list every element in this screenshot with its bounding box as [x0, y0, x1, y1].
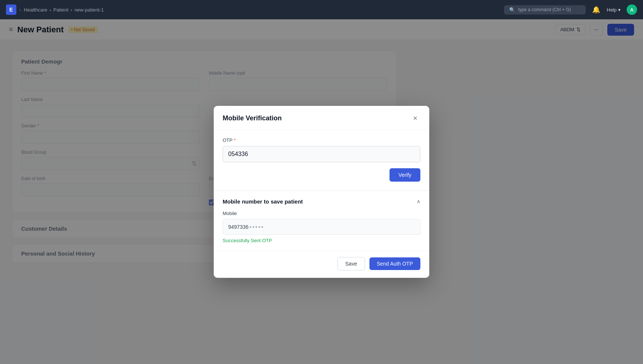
breadcrumb-new-patient[interactable]: new-patient-1: [74, 7, 104, 13]
nav-right: 🔍 type a command (Ctrl + G) 🔔 Help ▾ A: [504, 4, 637, 15]
notification-bell[interactable]: 🔔: [592, 5, 601, 14]
modal-divider: [214, 191, 429, 191]
mobile-label: Mobile: [223, 211, 420, 216]
page-content: ≡ New Patient • Not Saved ABDM ⇅ ··· Sav…: [0, 19, 643, 364]
verify-button[interactable]: Verify: [390, 168, 420, 182]
modal-footer: Save Send Auth OTP: [214, 251, 429, 278]
search-icon: 🔍: [509, 7, 515, 13]
modal-overlay: Mobile Verification × OTP * Verify: [0, 19, 643, 364]
otp-label: OTP *: [223, 137, 420, 143]
otp-success-message: Successfully Sent OTP: [223, 238, 420, 243]
modal-header: Mobile Verification ×: [214, 106, 429, 130]
help-menu[interactable]: Help ▾: [607, 7, 621, 13]
close-icon: ×: [413, 114, 417, 123]
nav-logo: E: [6, 4, 16, 15]
footer-save-label: Save: [345, 261, 357, 267]
mobile-verification-modal: Mobile Verification × OTP * Verify: [214, 106, 429, 278]
breadcrumb: Healthcare › Patient › new-patient-1: [24, 7, 104, 13]
top-nav: E › Healthcare › Patient › new-patient-1…: [0, 0, 643, 19]
mobile-section-title: Mobile number to save patient: [223, 198, 303, 205]
mobile-masked: ●●●●●: [249, 225, 264, 229]
search-placeholder: type a command (Ctrl + G): [518, 7, 571, 12]
breadcrumb-patient[interactable]: Patient: [54, 7, 68, 13]
modal-title: Mobile Verification: [223, 114, 282, 122]
nav-separator-1: ›: [19, 7, 21, 13]
help-chevron-icon: ▾: [618, 7, 621, 13]
search-bar[interactable]: 🔍 type a command (Ctrl + G): [504, 5, 586, 14]
mobile-display: 9497336 ●●●●●: [223, 219, 420, 235]
footer-save-button[interactable]: Save: [337, 257, 365, 270]
mobile-section-header[interactable]: Mobile number to save patient ∧: [214, 192, 429, 208]
otp-section: OTP * Verify: [214, 130, 429, 189]
modal-close-button[interactable]: ×: [410, 113, 420, 124]
send-auth-otp-label: Send Auth OTP: [377, 261, 413, 267]
otp-input[interactable]: [223, 146, 420, 162]
mobile-section-body: Mobile 9497336 ●●●●● Successfully Sent O…: [214, 208, 429, 251]
mobile-section-chevron-icon: ∧: [417, 198, 420, 204]
verify-label: Verify: [398, 172, 411, 178]
verify-row: Verify: [223, 168, 420, 182]
user-avatar[interactable]: A: [627, 4, 637, 15]
help-label: Help: [607, 7, 617, 13]
logo-text: E: [9, 7, 13, 13]
send-auth-otp-button[interactable]: Send Auth OTP: [369, 257, 420, 270]
breadcrumb-healthcare[interactable]: Healthcare: [24, 7, 47, 13]
